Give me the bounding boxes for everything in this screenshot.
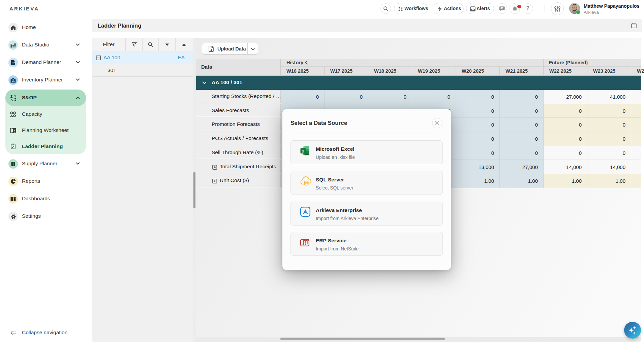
svg-text:$: $ — [14, 129, 16, 132]
svg-text:x: x — [302, 149, 304, 153]
